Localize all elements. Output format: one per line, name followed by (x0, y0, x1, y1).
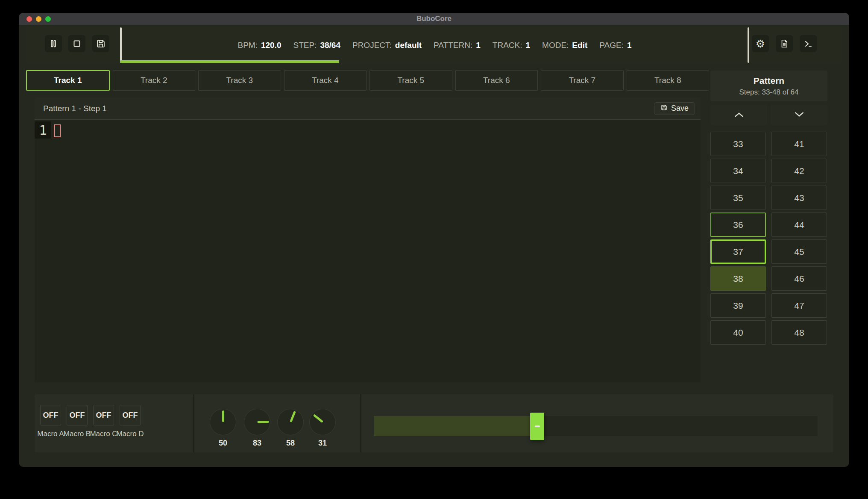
panel-divider (360, 394, 361, 452)
macro-c-label: Macro C (90, 430, 117, 438)
step-grid: 33 34 35 36 37 38 39 40 41 42 43 44 45 4… (710, 132, 827, 345)
slider-handle-dash (535, 425, 540, 427)
macro-d-button[interactable]: OFF (120, 405, 141, 425)
tab-track-1[interactable]: Track 1 (26, 70, 110, 91)
status-project: PROJECT: default (352, 41, 422, 50)
logs-button[interactable] (776, 35, 793, 52)
step-cell-35[interactable]: 35 (710, 186, 766, 210)
save-button-label: Save (671, 104, 689, 113)
editor-title: Pattern 1 - Step 1 (43, 104, 107, 113)
editor-code-area[interactable]: 1 (35, 120, 701, 382)
pattern-steps-range: Steps: 33-48 of 64 (739, 88, 799, 97)
status-label: BPM: (238, 41, 258, 50)
status-page: PAGE: 1 (599, 41, 631, 50)
titlebar: BuboCore (19, 13, 849, 25)
macro-a: OFF Macro A (40, 405, 61, 425)
status-pattern: PATTERN: 1 (434, 41, 481, 50)
knob-1-dial[interactable] (210, 409, 236, 435)
minimize-window-button[interactable] (36, 16, 41, 22)
pattern-title: Pattern (754, 76, 784, 86)
save-step-button[interactable]: Save (654, 102, 695, 115)
step-cell-33[interactable]: 33 (710, 132, 766, 156)
knob-pointer (313, 414, 323, 423)
status-step: STEP: 38/64 (293, 41, 340, 50)
pattern-header: Pattern Steps: 33-48 of 64 (710, 71, 827, 101)
tab-track-3[interactable]: Track 3 (198, 70, 281, 91)
tab-track-6[interactable]: Track 6 (455, 70, 538, 91)
close-window-button[interactable] (26, 16, 32, 22)
status-bpm: BPM: 120.0 (238, 41, 282, 50)
step-cell-45[interactable]: 45 (771, 239, 827, 264)
step-cell-40[interactable]: 40 (710, 320, 766, 345)
knob-4-dial[interactable] (309, 409, 336, 435)
status-value: 1 (526, 41, 531, 50)
save-icon (96, 38, 106, 49)
terminal-button[interactable] (800, 35, 817, 52)
macro-section: OFF Macro A OFF Macro B OFF Macro C OFF … (40, 405, 141, 425)
macro-c: OFF Macro C (93, 405, 114, 425)
chevron-up-icon (734, 111, 744, 119)
editor-header: Pattern 1 - Step 1 Save (35, 97, 701, 120)
status-label: TRACK: (493, 41, 522, 50)
status-mode: MODE: Edit (542, 41, 587, 50)
knob-2: 83 (244, 409, 270, 448)
tab-track-2[interactable]: Track 2 (113, 70, 196, 91)
maximize-window-button[interactable] (45, 16, 51, 22)
window-title: BuboCore (416, 15, 452, 23)
step-cell-38[interactable]: 38 (710, 266, 766, 291)
step-cell-48[interactable]: 48 (771, 320, 827, 345)
macro-a-label: Macro A (37, 430, 64, 438)
knob-2-value: 83 (244, 439, 270, 448)
knob-3: 58 (277, 409, 304, 448)
pause-button[interactable] (45, 35, 62, 52)
playback-progress (120, 60, 339, 63)
step-cell-44[interactable]: 44 (771, 213, 827, 237)
stop-button[interactable] (68, 35, 85, 52)
macro-b-button[interactable]: OFF (67, 405, 88, 425)
pattern-sidebar: Pattern Steps: 33-48 of 64 33 (710, 71, 827, 101)
pattern-pager (710, 105, 827, 125)
app-window: BuboCore (19, 13, 849, 467)
status-label: MODE: (542, 41, 569, 50)
knob-pointer (290, 411, 296, 422)
chevron-down-icon (794, 111, 804, 119)
tab-track-7[interactable]: Track 7 (541, 70, 624, 91)
step-cell-47[interactable]: 47 (771, 293, 827, 318)
status-label: STEP: (293, 41, 317, 50)
status-label: PATTERN: (434, 41, 472, 50)
step-cell-36[interactable]: 36 (710, 213, 766, 237)
document-icon (780, 39, 789, 48)
step-cell-37[interactable]: 37 (710, 239, 766, 264)
page-up-button[interactable] (710, 105, 767, 125)
page-down-button[interactable] (771, 105, 827, 125)
knob-3-dial[interactable] (277, 409, 304, 435)
knob-pointer (222, 410, 224, 422)
status-track: TRACK: 1 (493, 41, 530, 50)
panel-divider (193, 394, 194, 452)
step-cell-46[interactable]: 46 (771, 266, 827, 291)
step-cell-43[interactable]: 43 (771, 186, 827, 210)
step-cell-42[interactable]: 42 (771, 159, 827, 183)
save-icon (660, 104, 668, 113)
macro-c-button[interactable]: OFF (93, 405, 114, 425)
knob-1: 50 (210, 409, 236, 448)
macro-d-label: Macro D (116, 430, 144, 438)
step-cell-41[interactable]: 41 (771, 132, 827, 156)
step-cell-39[interactable]: 39 (710, 293, 766, 318)
knob-2-dial[interactable] (244, 409, 270, 435)
tab-track-8[interactable]: Track 8 (627, 70, 710, 91)
tab-track-5[interactable]: Track 5 (369, 70, 452, 91)
knob-4: 31 (309, 409, 336, 448)
macro-b: OFF Macro B (67, 405, 88, 425)
status-value: default (395, 41, 422, 50)
slider-handle[interactable] (530, 413, 544, 440)
status-bar: BPM: 120.0 STEP: 38/64 PROJECT: default … (122, 27, 748, 60)
settings-button[interactable]: ⚙ (752, 35, 769, 52)
tab-track-4[interactable]: Track 4 (284, 70, 367, 91)
macro-a-button[interactable]: OFF (40, 405, 61, 425)
step-cell-34[interactable]: 34 (710, 159, 766, 183)
status-label: PAGE: (599, 41, 624, 50)
save-project-button[interactable] (92, 35, 109, 52)
macro-b-label: Macro B (64, 430, 91, 438)
toolbar-divider-right (748, 27, 749, 63)
